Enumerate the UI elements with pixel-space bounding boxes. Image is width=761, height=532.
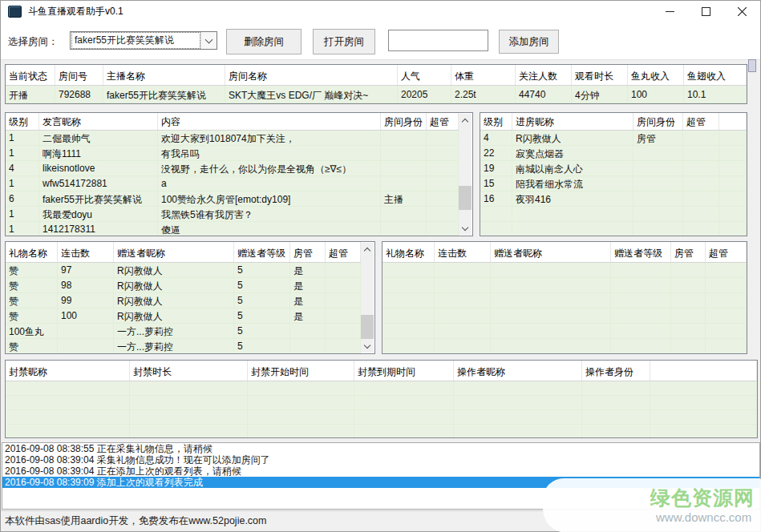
minimize-button[interactable] bbox=[652, 1, 688, 22]
log-line[interactable]: 2016-09-08 08:38:55 正在采集礼物信息，请稍候 bbox=[2, 443, 759, 454]
vertical-scrollbar[interactable] bbox=[459, 114, 472, 235]
table-row[interactable]: 6faker55开比赛笑笑解说100赞给永久房管[emot:dy109]主播 bbox=[6, 191, 459, 207]
column-header[interactable]: 超管 bbox=[326, 242, 361, 262]
table-row[interactable] bbox=[6, 425, 757, 437]
table-row[interactable] bbox=[480, 222, 747, 236]
column-header[interactable]: 操作者身份 bbox=[582, 361, 650, 381]
column-header[interactable]: 鱼丸收入 bbox=[628, 65, 684, 85]
column-header[interactable]: 连击数 bbox=[435, 242, 491, 262]
column-header[interactable]: 级别 bbox=[6, 113, 39, 130]
column-header[interactable] bbox=[650, 361, 757, 381]
column-header[interactable]: 赠送者等级 bbox=[611, 242, 671, 262]
column-header[interactable]: 当前状态 bbox=[6, 65, 55, 85]
table-row[interactable] bbox=[383, 278, 747, 293]
table-cell bbox=[435, 293, 491, 308]
column-header[interactable]: 级别 bbox=[480, 113, 512, 130]
table-cell: 22 bbox=[480, 146, 512, 161]
column-header[interactable]: 鱼翅收入 bbox=[684, 65, 747, 85]
table-row[interactable]: 16夜羽416 bbox=[480, 191, 747, 207]
column-header[interactable]: 赠送者昵称 bbox=[491, 242, 611, 262]
table-row[interactable] bbox=[383, 339, 747, 353]
column-header[interactable]: 礼物名称 bbox=[383, 242, 435, 262]
table-row[interactable] bbox=[383, 308, 747, 324]
column-header[interactable]: 房管 bbox=[290, 242, 326, 262]
table-row[interactable] bbox=[480, 207, 747, 222]
scrollbar-fragment[interactable] bbox=[748, 59, 756, 72]
column-header[interactable]: 超管 bbox=[427, 113, 459, 130]
column-header[interactable]: 观看时长 bbox=[572, 65, 628, 85]
column-header[interactable]: 房间名称 bbox=[225, 65, 398, 85]
column-header[interactable]: 主播名称 bbox=[103, 65, 225, 85]
table-row[interactable]: 1我最爱doyu我黑铁5谁有我厉害？ bbox=[6, 207, 459, 222]
column-header[interactable]: 人气 bbox=[398, 65, 451, 85]
column-header[interactable] bbox=[719, 113, 747, 130]
table-cell: 1 bbox=[6, 146, 39, 161]
table-row[interactable] bbox=[6, 381, 757, 396]
table-row[interactable]: 4R闪教做人房管 bbox=[480, 131, 747, 146]
close-button[interactable] bbox=[724, 1, 760, 22]
table-cell bbox=[683, 191, 719, 207]
scrollbar-thumb[interactable] bbox=[459, 186, 472, 210]
open-room-button[interactable]: 打开房间 bbox=[313, 29, 375, 54]
column-header[interactable]: 封禁昵称 bbox=[6, 361, 130, 381]
table-cell: 赞 bbox=[6, 293, 58, 308]
column-header[interactable]: 超管 bbox=[706, 242, 747, 262]
table-row[interactable] bbox=[383, 293, 747, 308]
table-row[interactable]: 开播792688faker55开比赛笑笑解说SKT大魔王vs EDG/厂 巅峰对… bbox=[6, 86, 747, 103]
column-header[interactable]: 封禁开始时间 bbox=[248, 361, 354, 381]
column-header[interactable]: 进房昵称 bbox=[512, 113, 633, 130]
table-row[interactable]: 4likeisnotlove没视野，走什么，你以为你是全视角（≥∇≤） bbox=[6, 161, 459, 176]
table-row[interactable]: 赞97R闪教做人5是 bbox=[6, 263, 361, 278]
scroll-up-button[interactable] bbox=[459, 114, 472, 127]
scroll-down-button[interactable] bbox=[361, 340, 374, 353]
table-row[interactable] bbox=[6, 410, 757, 425]
column-header[interactable]: 体重 bbox=[451, 65, 516, 85]
table-row[interactable] bbox=[6, 396, 757, 410]
scrollbar-track[interactable] bbox=[459, 127, 472, 222]
table-cell bbox=[650, 396, 757, 410]
table-header: 级别发言昵称内容房间身份超管 bbox=[6, 113, 459, 131]
table-row[interactable]: 赞一方...萝莉控5 bbox=[6, 339, 361, 353]
table-row[interactable] bbox=[383, 263, 747, 278]
column-header[interactable]: 连击数 bbox=[58, 242, 114, 262]
log-line[interactable]: 2016-09-08 08:39:04 正在添加上次的观看列表，请稍候 bbox=[2, 466, 759, 477]
table-row[interactable]: 1二倔最帅气欢迎大家到1018074加下关注， bbox=[6, 131, 459, 146]
table-row[interactable]: 1啊海1111有我吊吗 bbox=[6, 146, 459, 161]
table-row[interactable] bbox=[383, 324, 747, 339]
table-row[interactable]: 赞98R闪教做人5是 bbox=[6, 278, 361, 293]
room-select-combobox[interactable]: faker55开比赛笑笑解说 bbox=[70, 31, 217, 50]
combo-dropdown-button[interactable] bbox=[200, 32, 217, 49]
table-row[interactable]: 赞100R闪教做人5是 bbox=[6, 308, 361, 324]
column-header[interactable]: 关注人数 bbox=[516, 65, 572, 85]
table-row[interactable]: 赞99R闪教做人5是 bbox=[6, 293, 361, 308]
table-row[interactable]: 15陪我看细水常流 bbox=[480, 176, 747, 191]
column-header[interactable]: 发言昵称 bbox=[39, 113, 158, 130]
column-header[interactable]: 操作者昵称 bbox=[454, 361, 582, 381]
delete-room-button[interactable]: 删除房间 bbox=[226, 29, 302, 54]
table-row[interactable]: 22寂寞点烟器 bbox=[480, 146, 747, 161]
column-header[interactable]: 超管 bbox=[683, 113, 719, 130]
scroll-up-button[interactable] bbox=[361, 243, 374, 256]
add-room-input[interactable] bbox=[388, 30, 488, 51]
table-row[interactable]: 19南城以南念人心 bbox=[480, 161, 747, 176]
vertical-scrollbar[interactable] bbox=[361, 243, 374, 353]
column-header[interactable]: 房间身份 bbox=[633, 113, 683, 130]
table-row[interactable]: 11412178311傻逼 bbox=[6, 222, 459, 236]
column-header[interactable]: 房间身份 bbox=[381, 113, 427, 130]
column-header[interactable]: 赠送者昵称 bbox=[114, 242, 234, 262]
add-room-button[interactable]: 添加房间 bbox=[499, 30, 559, 54]
column-header[interactable]: 礼物名称 bbox=[6, 242, 58, 262]
column-header[interactable]: 赠送者等级 bbox=[234, 242, 290, 262]
column-header[interactable]: 房管 bbox=[671, 242, 706, 262]
table-row[interactable]: 1wfw514172881a bbox=[6, 176, 459, 191]
log-line[interactable]: 2016-09-08 08:39:04 采集礼物信息成功！现在可以添加房间了 bbox=[2, 454, 759, 466]
column-header[interactable]: 内容 bbox=[158, 113, 381, 130]
column-header[interactable]: 封禁时长 bbox=[130, 361, 248, 381]
scroll-down-button[interactable] bbox=[459, 222, 472, 235]
column-header[interactable]: 封禁到期时间 bbox=[354, 361, 454, 381]
column-header[interactable]: 房间号 bbox=[55, 65, 103, 85]
maximize-button[interactable] bbox=[688, 1, 724, 22]
table-row[interactable]: 100鱼丸一方...萝莉控5 bbox=[6, 324, 361, 339]
scrollbar-track[interactable] bbox=[361, 256, 374, 340]
scrollbar-thumb[interactable] bbox=[361, 315, 374, 339]
